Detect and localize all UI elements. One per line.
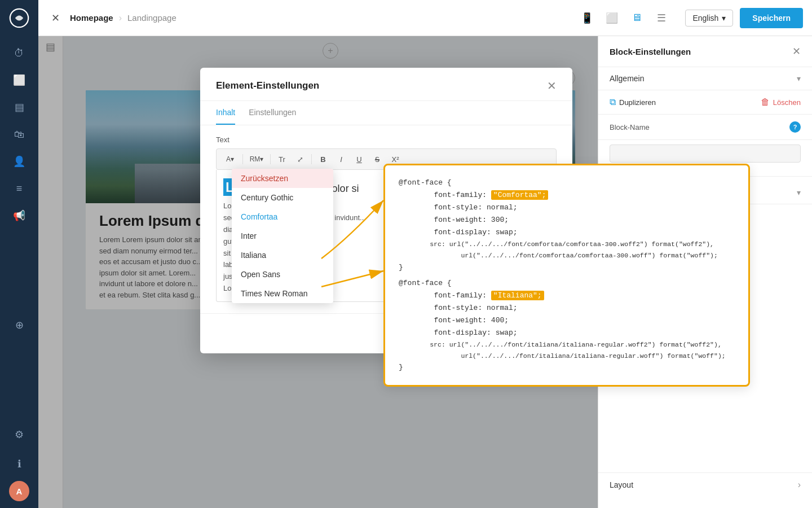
sidebar-item-marketing[interactable]: 📢 (7, 203, 32, 228)
sidebar-item-shop[interactable]: 🛍 (7, 122, 32, 147)
sidebar-item-pages[interactable]: ⬜ (7, 68, 32, 93)
right-panel-layout[interactable]: Layout › (598, 472, 812, 497)
code-line-13: font-display: swap; (399, 327, 735, 339)
desktop-device-btn[interactable]: 🖥 (626, 8, 647, 28)
save-button[interactable]: Speichern (740, 8, 803, 28)
app-logo (0, 0, 38, 36)
left-sidebar: ⏱ ⬜ ▤ 🛍 👤 ≡ 📢 ⊕ ⚙ ℹ A (0, 36, 38, 508)
tab-inhalt[interactable]: Inhalt (216, 101, 235, 125)
tablet-device-btn[interactable]: ⬜ (602, 8, 622, 28)
font-open-sans[interactable]: Open Sans (232, 265, 333, 284)
code-line-16: } (399, 361, 735, 374)
strikethrough-btn[interactable]: S̶ (369, 151, 385, 167)
sidebar-item-integrations[interactable]: ⊕ (7, 313, 32, 338)
code-line-4: font-weight: 300; (399, 214, 735, 226)
code-line-5: font-display: swap; (399, 226, 735, 239)
code-line-12: font-weight: 400; (399, 314, 735, 327)
duplicate-label: Duplizieren (619, 98, 656, 107)
delete-button[interactable]: 🗑 Löschen (761, 97, 801, 107)
text-field-label: Text (216, 135, 557, 144)
close-editor-button[interactable]: ✕ (43, 6, 68, 30)
sidebar-item-dashboard[interactable]: ⏱ (7, 41, 32, 65)
sidebar-item-lists[interactable]: ≡ (7, 176, 32, 201)
page-subtitle: Landingpage (127, 13, 176, 23)
code-line-1: @font-face { (399, 177, 735, 189)
font-century-gothic[interactable]: Century Gothic (232, 188, 333, 207)
modal-title: Element-Einstellungen (216, 80, 319, 91)
font-dropdown: Zurücksetzen Century Gothic Comfortaa In… (232, 169, 333, 303)
breadcrumb: Homepage › Landingpage (70, 13, 176, 23)
language-selector[interactable]: English ▾ (685, 10, 733, 27)
sidebar-item-settings[interactable]: ⚙ (7, 422, 32, 447)
block-name-field: Block-Name ? (598, 115, 812, 140)
chevron-down-icon: ▾ (722, 14, 726, 23)
modal-header: Element-Einstellungen ✕ (200, 68, 572, 101)
code-line-15: url("../../.../font/italiana/italiana-re… (399, 351, 735, 362)
chevron-down-icon: ▾ (797, 188, 801, 197)
right-panel-header: Block-Einstellungen ✕ (598, 36, 812, 67)
code-line-7: url("../../.../font/comfortaa/comfortaa-… (399, 250, 735, 261)
sidebar-item-info[interactable]: ℹ (7, 452, 32, 476)
chevron-down-icon: ▾ (797, 74, 801, 83)
code-line-9: @font-face { (399, 277, 735, 290)
trash-icon: 🗑 (761, 97, 770, 107)
font-family-btn[interactable]: RM▾ (246, 151, 267, 167)
device-switcher: 📱 ⬜ 🖥 ☰ (577, 8, 672, 28)
font-size-btn[interactable]: A▾ (221, 151, 239, 167)
font-times-new-roman[interactable]: Times New Roman (232, 284, 333, 303)
font-inter[interactable]: Inter (232, 226, 333, 246)
code-line-6: src: url("../../.../font/comfortaa/comfo… (399, 239, 735, 250)
duplicate-button[interactable]: ⧉ Duplizieren (610, 97, 656, 107)
right-panel-allgemein[interactable]: Allgemein ▾ (598, 67, 812, 90)
page-title: Homepage (70, 13, 113, 23)
italic-btn[interactable]: I (333, 151, 349, 167)
text-transform-btn[interactable]: Tr (274, 151, 290, 167)
language-label: English (692, 14, 718, 23)
code-tooltip: @font-face { font-family: "Comfortaa"; f… (383, 164, 750, 387)
tab-einstellungen[interactable]: Einstellungen (249, 101, 296, 125)
right-panel-title: Block-Einstellungen (610, 47, 691, 56)
topbar: ✕ Homepage › Landingpage 📱 ⬜ 🖥 ☰ English… (0, 0, 812, 36)
code-line-11: font-style: normal; (399, 302, 735, 314)
chevron-right-icon: › (798, 480, 801, 490)
code-highlight-italiana: "Italiana"; (491, 291, 544, 300)
code-line-8: } (399, 261, 735, 274)
bold-btn[interactable]: B (315, 151, 331, 167)
code-line-3: font-style: normal; (399, 202, 735, 214)
font-reset-btn[interactable]: Zurücksetzen (232, 169, 333, 188)
allgemein-label: Allgemein (610, 74, 644, 83)
user-avatar[interactable]: A (9, 481, 29, 501)
code-line-10: font-family: "Italiana"; (399, 290, 735, 302)
modal-tabs: Inhalt Einstellungen (200, 101, 572, 125)
delete-label: Löschen (773, 98, 801, 107)
list-view-btn[interactable]: ☰ (651, 8, 672, 28)
modal-close-button[interactable]: ✕ (547, 79, 557, 93)
underline-btn[interactable]: U (351, 151, 367, 167)
right-panel-actions: ⧉ Duplizieren 🗑 Löschen (598, 90, 812, 115)
duplicate-icon: ⧉ (610, 97, 616, 107)
expand-btn[interactable]: ⤢ (292, 151, 308, 167)
font-comfortaa[interactable]: Comfortaa (232, 207, 333, 226)
font-italiana[interactable]: Italiana (232, 246, 333, 265)
code-line-14: src: url("../../.../font/italiana/italia… (399, 339, 735, 351)
layout-label: Layout (610, 480, 633, 489)
code-line-2: font-family: "Comfortaa"; (399, 189, 735, 202)
sidebar-item-layout[interactable]: ▤ (7, 95, 32, 120)
sidebar-item-users[interactable]: 👤 (7, 149, 32, 174)
block-name-label: Block-Name (610, 123, 650, 132)
mobile-device-btn[interactable]: 📱 (577, 8, 597, 28)
code-highlight-comfortaa: "Comfortaa"; (491, 190, 549, 200)
help-icon[interactable]: ? (789, 121, 801, 133)
right-panel-close-button[interactable]: ✕ (792, 45, 801, 58)
